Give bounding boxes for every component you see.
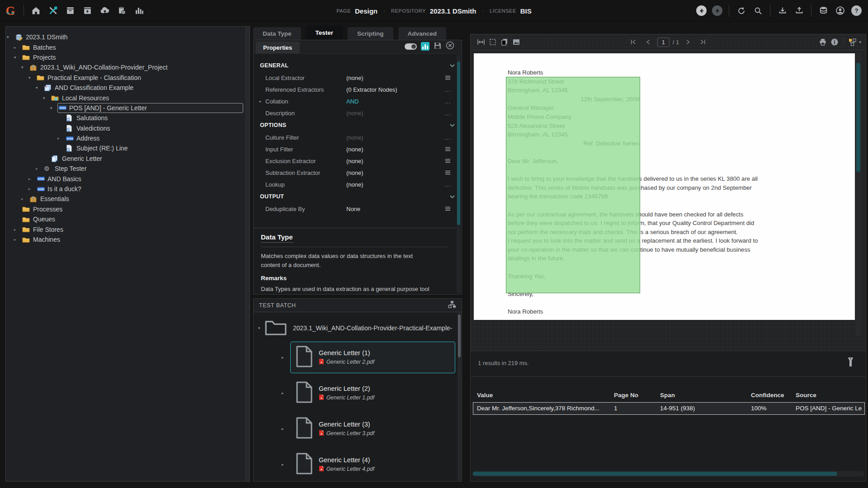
results-column-header[interactable]: Value bbox=[477, 392, 610, 399]
property-value[interactable]: (none) bbox=[346, 158, 441, 164]
ellipsis-icon[interactable]: ... bbox=[441, 85, 451, 94]
test-doc-card[interactable]: Generic Letter (3)AGeneric Letter 3.pdf bbox=[290, 413, 455, 445]
database-icon[interactable] bbox=[818, 5, 829, 16]
tree-item-practical-example-classification[interactable]: ▾Practical Example - Classification bbox=[6, 73, 250, 83]
ellipsis-icon[interactable]: ... bbox=[441, 97, 451, 105]
tree-item-file-stores[interactable]: ▸File Stores bbox=[6, 224, 250, 234]
back-button[interactable] bbox=[696, 5, 707, 16]
property-value[interactable]: None bbox=[346, 206, 441, 212]
properties-scrollbar[interactable] bbox=[457, 55, 461, 293]
refresh-icon[interactable] bbox=[736, 5, 747, 16]
chevron-down-icon[interactable] bbox=[449, 192, 455, 201]
chevron-down-icon[interactable]: ▾ bbox=[43, 96, 50, 100]
tree-item-salutations[interactable]: Salutations bbox=[6, 113, 250, 123]
chevron-down-icon[interactable]: ▾ bbox=[14, 55, 21, 60]
chevron-down-icon[interactable]: ▾ bbox=[50, 106, 57, 110]
help-icon[interactable]: ? bbox=[851, 5, 862, 16]
results-column-header[interactable]: Span bbox=[660, 392, 746, 399]
stats-chart-icon[interactable] bbox=[133, 5, 145, 16]
forward-button[interactable] bbox=[712, 5, 722, 16]
toggle-switch[interactable] bbox=[405, 43, 417, 50]
tree-item-valedictions[interactable]: Valedictions bbox=[6, 123, 250, 133]
repository-value[interactable]: 2023.1 DSmith bbox=[430, 7, 476, 15]
tab-data-type[interactable]: Data Type bbox=[253, 27, 301, 40]
results-column-header[interactable]: Confidence bbox=[751, 392, 792, 399]
batch-hierarchy-icon[interactable] bbox=[448, 300, 456, 310]
tree-item-machines[interactable]: ▸Machines bbox=[6, 235, 250, 244]
chevron-right-icon[interactable]: ▸ bbox=[259, 99, 265, 103]
property-value[interactable]: (0 Extractor Nodes) bbox=[346, 86, 441, 93]
tab-advanced[interactable]: Advanced bbox=[398, 27, 447, 40]
chevron-down-icon[interactable]: ▾ bbox=[7, 35, 14, 39]
batch-scrollbar-thumb[interactable] bbox=[458, 314, 461, 357]
chevron-right-icon[interactable]: ▸ bbox=[14, 45, 21, 50]
tree-item-and-classification-example[interactable]: ▾AND Classification Example bbox=[6, 83, 250, 93]
tree-item-2023-1-dsmith[interactable]: ▾2023.1 DSmith bbox=[6, 32, 250, 42]
tree-item-subject-re-line[interactable]: Subject (RE:) Line bbox=[6, 143, 250, 153]
tree-item-pos-and-generic-letter[interactable]: ▾0723POS [AND] - Generic Letter bbox=[6, 103, 250, 113]
page-number-input[interactable]: 1 bbox=[657, 38, 670, 47]
property-value[interactable]: (none) bbox=[346, 181, 441, 188]
chevron-right-icon[interactable]: ▸ bbox=[14, 237, 21, 242]
selection-marquee-icon[interactable] bbox=[487, 36, 499, 48]
test-doc-card[interactable]: Generic Letter (4)AGeneric Letter 4.pdf bbox=[290, 449, 455, 480]
property-value[interactable]: AND bbox=[346, 98, 441, 105]
chevron-right-icon[interactable]: ▸ bbox=[28, 187, 36, 191]
chevron-right-icon[interactable]: ▸ bbox=[36, 166, 43, 171]
menu-icon[interactable] bbox=[441, 157, 451, 165]
upload-icon[interactable] bbox=[793, 5, 805, 16]
chevron-right-icon[interactable]: ▸ bbox=[282, 391, 290, 395]
tab-tester[interactable]: Tester bbox=[306, 26, 343, 40]
job-clock-icon[interactable] bbox=[116, 5, 127, 16]
page-value[interactable]: Design bbox=[355, 7, 377, 15]
tools-icon[interactable] bbox=[47, 5, 59, 16]
menu-icon[interactable] bbox=[441, 74, 451, 82]
info-icon[interactable] bbox=[829, 36, 840, 48]
tree-item-processes[interactable]: Processes bbox=[6, 204, 250, 214]
section-header-output[interactable]: OUTPUT bbox=[254, 190, 462, 203]
tree-item-is-it-a-duck-[interactable]: ▸0723Is it a duck? bbox=[6, 184, 250, 194]
chevron-down-icon[interactable]: ▾ bbox=[21, 65, 28, 70]
last-page-icon[interactable] bbox=[697, 36, 709, 48]
chart-view-button[interactable] bbox=[421, 42, 429, 51]
properties-scrollbar-thumb[interactable] bbox=[457, 61, 460, 225]
batch-folder-row[interactable]: ▾ 2023.1_Wiki_AND-Collation-Provider-Pra… bbox=[258, 319, 455, 338]
chevron-down-icon[interactable]: ▾ bbox=[28, 75, 36, 80]
tree-item-2023-1-wiki-and-collation-provider-project[interactable]: ▾2023.1_Wiki_AND-Collation-Provider_Proj… bbox=[6, 62, 250, 72]
ellipsis-icon[interactable]: ... bbox=[441, 133, 451, 141]
image-view-icon[interactable] bbox=[510, 36, 522, 48]
tree-item-step-tester[interactable]: ▸⚙Step Tester bbox=[6, 164, 250, 174]
section-header-options[interactable]: OPTIONS bbox=[254, 119, 462, 131]
tree-item-and-basics[interactable]: ▸0723AND Basics bbox=[6, 174, 250, 183]
tab-scripting[interactable]: Scripting bbox=[348, 27, 393, 40]
tree-item-essentials[interactable]: ▸Essentials bbox=[6, 194, 250, 204]
print-icon[interactable] bbox=[817, 36, 829, 48]
tree-item-address[interactable]: ▸0723Address bbox=[6, 133, 250, 143]
next-page-icon[interactable] bbox=[682, 36, 694, 48]
menu-icon[interactable] bbox=[441, 169, 451, 177]
prev-page-icon[interactable] bbox=[642, 36, 654, 48]
tree-item-generic-letter[interactable]: Generic Letter bbox=[6, 154, 250, 164]
menu-icon[interactable] bbox=[441, 205, 451, 213]
fit-width-icon[interactable] bbox=[475, 36, 487, 48]
close-icon[interactable] bbox=[446, 41, 454, 52]
home-icon[interactable] bbox=[30, 5, 42, 16]
download-icon[interactable] bbox=[777, 5, 788, 16]
expand-arrow-icon[interactable]: ▾ bbox=[258, 326, 264, 330]
property-value[interactable]: (none) bbox=[346, 146, 441, 153]
pages-icon[interactable] bbox=[499, 36, 510, 48]
results-column-header[interactable]: Page No bbox=[614, 392, 655, 399]
chevron-right-icon[interactable]: ▸ bbox=[21, 197, 28, 201]
cloud-upload-icon[interactable] bbox=[99, 5, 110, 16]
results-column-header[interactable]: Source bbox=[796, 392, 864, 399]
account-icon[interactable] bbox=[835, 5, 846, 16]
chevron-right-icon[interactable]: ▸ bbox=[282, 427, 290, 431]
chevron-right-icon[interactable]: ▸ bbox=[282, 462, 290, 467]
chevron-down-icon[interactable] bbox=[449, 61, 455, 70]
menu-icon[interactable] bbox=[441, 145, 451, 153]
tree-scrollbar[interactable] bbox=[245, 27, 250, 481]
first-page-icon[interactable] bbox=[627, 36, 639, 48]
save-icon[interactable] bbox=[434, 42, 442, 52]
tab-properties[interactable]: Properties bbox=[255, 42, 300, 53]
chevron-down-icon[interactable] bbox=[449, 121, 455, 129]
